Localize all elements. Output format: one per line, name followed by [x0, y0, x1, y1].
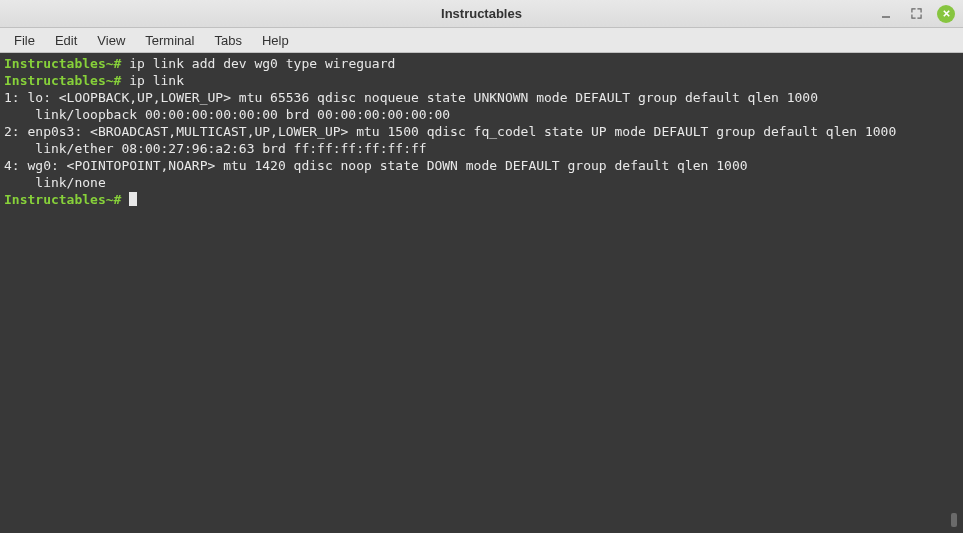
prompt: Instructables~#: [4, 56, 129, 71]
command-text: ip link: [129, 73, 184, 88]
close-button[interactable]: [937, 5, 955, 23]
window-controls: [877, 5, 955, 23]
maximize-button[interactable]: [907, 5, 925, 23]
prompt: Instructables~#: [4, 192, 129, 207]
output-line: link/none: [4, 175, 106, 190]
menubar: File Edit View Terminal Tabs Help: [0, 28, 963, 53]
cursor-icon: [129, 192, 137, 206]
output-line: link/loopback 00:00:00:00:00:00 brd 00:0…: [4, 107, 450, 122]
window-title: Instructables: [441, 6, 522, 21]
command-text: ip link add dev wg0 type wireguard: [129, 56, 395, 71]
menu-tabs[interactable]: Tabs: [204, 30, 251, 51]
output-line: link/ether 08:00:27:96:a2:63 brd ff:ff:f…: [4, 141, 427, 156]
scrollbar-thumb[interactable]: [951, 513, 957, 527]
prompt: Instructables~#: [4, 73, 129, 88]
menu-help[interactable]: Help: [252, 30, 299, 51]
terminal-area[interactable]: Instructables~# ip link add dev wg0 type…: [0, 53, 963, 533]
minimize-button[interactable]: [877, 5, 895, 23]
output-line: 4: wg0: <POINTOPOINT,NOARP> mtu 1420 qdi…: [4, 158, 748, 173]
output-line: 1: lo: <LOOPBACK,UP,LOWER_UP> mtu 65536 …: [4, 90, 818, 105]
menu-terminal[interactable]: Terminal: [135, 30, 204, 51]
output-line: 2: enp0s3: <BROADCAST,MULTICAST,UP,LOWER…: [4, 124, 896, 139]
menu-view[interactable]: View: [87, 30, 135, 51]
menu-edit[interactable]: Edit: [45, 30, 87, 51]
menu-file[interactable]: File: [4, 30, 45, 51]
titlebar: Instructables: [0, 0, 963, 28]
